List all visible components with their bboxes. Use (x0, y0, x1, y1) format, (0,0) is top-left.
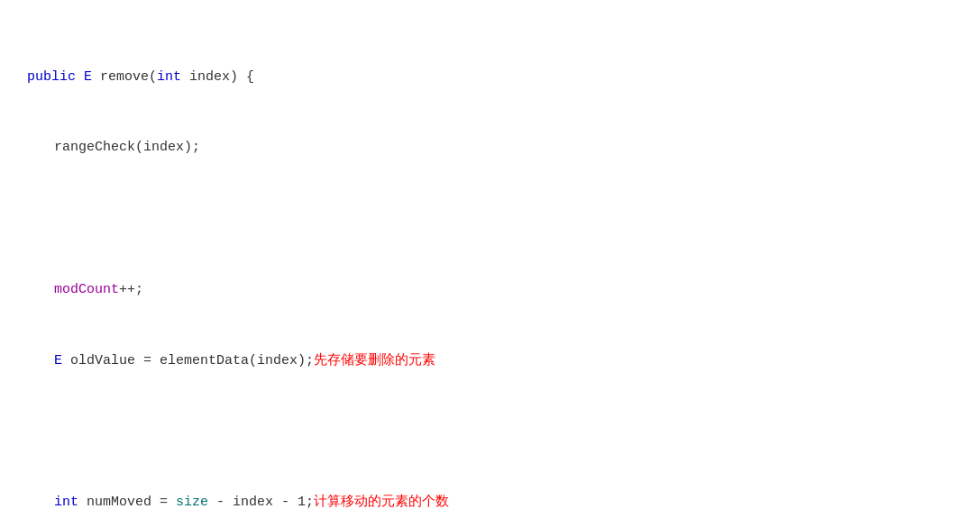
line-5: E oldValue = elementData(index);先存储要删除的元… (27, 350, 953, 373)
num-moved-expr: - index - 1; (208, 495, 314, 509)
num-moved-assign: numMoved = (78, 495, 176, 509)
line-7: int numMoved = size - index - 1;计算移动的元素的… (27, 491, 953, 509)
range-check-call: rangeCheck(index); (54, 140, 200, 155)
modcount-var: modCount (54, 282, 119, 297)
annotation-calc-moved: 计算移动的元素的个数 (314, 495, 449, 509)
type-e: E (84, 69, 100, 85)
line-2: rangeCheck(index); (27, 136, 953, 159)
modcount-increment: ++; (119, 282, 143, 297)
old-value-assign: oldValue = elementData(index); (70, 353, 314, 368)
line-blank-1 (27, 207, 953, 231)
size-var: size (176, 495, 208, 509)
keyword-int2: int (54, 495, 78, 509)
type-e2: E (54, 353, 70, 368)
line-blank-2 (27, 420, 953, 443)
annotation-store-deleted: 先存储要删除的元素 (314, 353, 435, 368)
keyword-public: public (27, 69, 84, 85)
method-remove: remove( (100, 69, 157, 85)
keyword-int: int (157, 69, 181, 85)
param-index: index) { (181, 69, 254, 85)
line-4: modCount++; (27, 278, 953, 302)
code-block: public E remove(int index) { rangeCheck(… (27, 18, 953, 509)
line-1: public E remove(int index) { (27, 66, 953, 89)
